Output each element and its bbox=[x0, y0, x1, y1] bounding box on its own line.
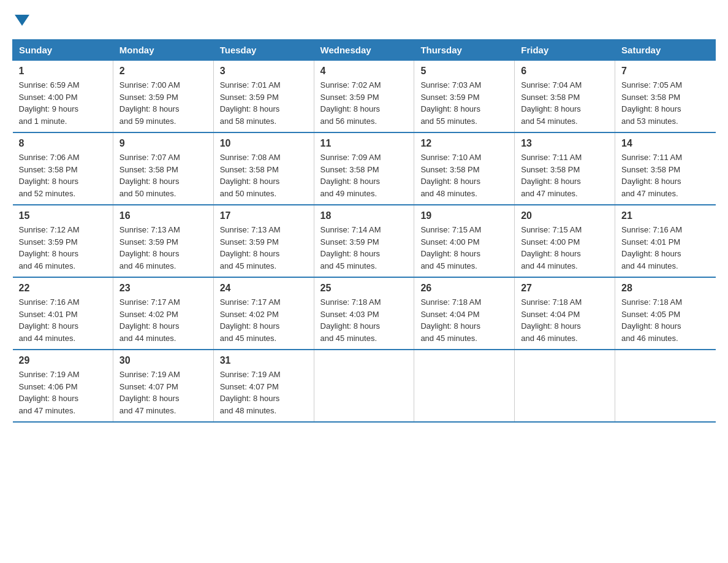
calendar-cell: 19 Sunrise: 7:15 AM Sunset: 4:00 PM Dayl… bbox=[414, 205, 515, 277]
day-info: Sunrise: 7:10 AM Sunset: 3:58 PM Dayligh… bbox=[420, 151, 508, 199]
day-number: 31 bbox=[220, 355, 308, 366]
day-number: 21 bbox=[621, 210, 709, 221]
weekday-header-thursday: Thursday bbox=[414, 40, 515, 61]
calendar-cell: 12 Sunrise: 7:10 AM Sunset: 3:58 PM Dayl… bbox=[414, 132, 515, 205]
day-info: Sunrise: 7:18 AM Sunset: 4:04 PM Dayligh… bbox=[521, 296, 609, 344]
day-info: Sunrise: 7:07 AM Sunset: 3:58 PM Dayligh… bbox=[119, 151, 207, 199]
day-number: 23 bbox=[119, 283, 207, 294]
calendar-cell: 17 Sunrise: 7:13 AM Sunset: 3:59 PM Dayl… bbox=[213, 205, 314, 277]
weekday-header-sunday: Sunday bbox=[13, 40, 113, 61]
day-number: 6 bbox=[521, 66, 609, 77]
week-row-3: 15 Sunrise: 7:12 AM Sunset: 3:59 PM Dayl… bbox=[13, 205, 716, 277]
calendar-table: SundayMondayTuesdayWednesdayThursdayFrid… bbox=[12, 39, 716, 423]
day-info: Sunrise: 7:00 AM Sunset: 3:59 PM Dayligh… bbox=[119, 79, 207, 127]
calendar-cell: 15 Sunrise: 7:12 AM Sunset: 3:59 PM Dayl… bbox=[13, 205, 113, 277]
calendar-cell: 4 Sunrise: 7:02 AM Sunset: 3:59 PM Dayli… bbox=[314, 61, 414, 133]
day-number: 8 bbox=[19, 138, 107, 149]
day-info: Sunrise: 7:19 AM Sunset: 4:07 PM Dayligh… bbox=[119, 369, 207, 416]
calendar-cell: 14 Sunrise: 7:11 AM Sunset: 3:58 PM Dayl… bbox=[615, 132, 716, 205]
calendar-cell bbox=[615, 350, 716, 422]
day-number: 25 bbox=[320, 283, 408, 294]
calendar-cell: 22 Sunrise: 7:16 AM Sunset: 4:01 PM Dayl… bbox=[13, 277, 113, 350]
day-info: Sunrise: 7:19 AM Sunset: 4:07 PM Dayligh… bbox=[220, 369, 308, 416]
day-info: Sunrise: 7:19 AM Sunset: 4:06 PM Dayligh… bbox=[19, 369, 107, 416]
day-info: Sunrise: 7:09 AM Sunset: 3:58 PM Dayligh… bbox=[320, 151, 408, 199]
day-number: 7 bbox=[621, 66, 709, 77]
day-number: 12 bbox=[420, 138, 508, 149]
logo bbox=[12, 12, 31, 27]
calendar-cell: 31 Sunrise: 7:19 AM Sunset: 4:07 PM Dayl… bbox=[213, 350, 314, 422]
day-number: 2 bbox=[119, 66, 207, 77]
calendar-cell: 26 Sunrise: 7:18 AM Sunset: 4:04 PM Dayl… bbox=[414, 277, 515, 350]
day-number: 26 bbox=[420, 283, 508, 294]
calendar-cell: 5 Sunrise: 7:03 AM Sunset: 3:59 PM Dayli… bbox=[414, 61, 515, 133]
calendar-cell: 10 Sunrise: 7:08 AM Sunset: 3:58 PM Dayl… bbox=[213, 132, 314, 205]
calendar-cell: 11 Sunrise: 7:09 AM Sunset: 3:58 PM Dayl… bbox=[314, 132, 414, 205]
day-info: Sunrise: 7:17 AM Sunset: 4:02 PM Dayligh… bbox=[119, 296, 207, 344]
page-header bbox=[12, 12, 716, 27]
weekday-header-friday: Friday bbox=[515, 40, 615, 61]
logo-triangle-icon bbox=[13, 13, 31, 27]
calendar-cell: 1 Sunrise: 6:59 AM Sunset: 4:00 PM Dayli… bbox=[13, 61, 113, 133]
calendar-cell: 30 Sunrise: 7:19 AM Sunset: 4:07 PM Dayl… bbox=[113, 350, 213, 422]
calendar-cell bbox=[314, 350, 414, 422]
day-number: 30 bbox=[119, 355, 207, 366]
weekday-header-wednesday: Wednesday bbox=[314, 40, 414, 61]
day-info: Sunrise: 7:12 AM Sunset: 3:59 PM Dayligh… bbox=[19, 224, 107, 272]
calendar-cell: 24 Sunrise: 7:17 AM Sunset: 4:02 PM Dayl… bbox=[213, 277, 314, 350]
calendar-cell: 28 Sunrise: 7:18 AM Sunset: 4:05 PM Dayl… bbox=[615, 277, 716, 350]
day-info: Sunrise: 7:11 AM Sunset: 3:58 PM Dayligh… bbox=[521, 151, 609, 199]
day-number: 18 bbox=[320, 210, 408, 221]
day-info: Sunrise: 7:17 AM Sunset: 4:02 PM Dayligh… bbox=[220, 296, 308, 344]
day-info: Sunrise: 6:59 AM Sunset: 4:00 PM Dayligh… bbox=[19, 79, 107, 127]
calendar-cell: 23 Sunrise: 7:17 AM Sunset: 4:02 PM Dayl… bbox=[113, 277, 213, 350]
calendar-cell: 13 Sunrise: 7:11 AM Sunset: 3:58 PM Dayl… bbox=[515, 132, 615, 205]
calendar-cell: 2 Sunrise: 7:00 AM Sunset: 3:59 PM Dayli… bbox=[113, 61, 213, 133]
calendar-cell: 8 Sunrise: 7:06 AM Sunset: 3:58 PM Dayli… bbox=[13, 132, 113, 205]
day-number: 17 bbox=[220, 210, 308, 221]
day-number: 28 bbox=[621, 283, 709, 294]
calendar-cell: 21 Sunrise: 7:16 AM Sunset: 4:01 PM Dayl… bbox=[615, 205, 716, 277]
day-info: Sunrise: 7:16 AM Sunset: 4:01 PM Dayligh… bbox=[621, 224, 709, 272]
calendar-cell: 6 Sunrise: 7:04 AM Sunset: 3:58 PM Dayli… bbox=[515, 61, 615, 133]
week-row-4: 22 Sunrise: 7:16 AM Sunset: 4:01 PM Dayl… bbox=[13, 277, 716, 350]
day-info: Sunrise: 7:18 AM Sunset: 4:04 PM Dayligh… bbox=[420, 296, 508, 344]
day-number: 22 bbox=[19, 283, 107, 294]
day-info: Sunrise: 7:13 AM Sunset: 3:59 PM Dayligh… bbox=[119, 224, 207, 272]
day-number: 1 bbox=[19, 66, 107, 77]
day-number: 16 bbox=[119, 210, 207, 221]
calendar-cell: 9 Sunrise: 7:07 AM Sunset: 3:58 PM Dayli… bbox=[113, 132, 213, 205]
weekday-header-row: SundayMondayTuesdayWednesdayThursdayFrid… bbox=[13, 40, 716, 61]
day-number: 24 bbox=[220, 283, 308, 294]
day-info: Sunrise: 7:13 AM Sunset: 3:59 PM Dayligh… bbox=[220, 224, 308, 272]
weekday-header-saturday: Saturday bbox=[615, 40, 716, 61]
calendar-cell: 25 Sunrise: 7:18 AM Sunset: 4:03 PM Dayl… bbox=[314, 277, 414, 350]
day-info: Sunrise: 7:01 AM Sunset: 3:59 PM Dayligh… bbox=[220, 79, 308, 127]
day-info: Sunrise: 7:06 AM Sunset: 3:58 PM Dayligh… bbox=[19, 151, 107, 199]
day-info: Sunrise: 7:05 AM Sunset: 3:58 PM Dayligh… bbox=[621, 79, 709, 127]
day-number: 10 bbox=[220, 138, 308, 149]
day-number: 15 bbox=[19, 210, 107, 221]
day-info: Sunrise: 7:02 AM Sunset: 3:59 PM Dayligh… bbox=[320, 79, 408, 127]
calendar-cell: 3 Sunrise: 7:01 AM Sunset: 3:59 PM Dayli… bbox=[213, 61, 314, 133]
calendar-cell: 16 Sunrise: 7:13 AM Sunset: 3:59 PM Dayl… bbox=[113, 205, 213, 277]
day-number: 13 bbox=[521, 138, 609, 149]
calendar-cell: 7 Sunrise: 7:05 AM Sunset: 3:58 PM Dayli… bbox=[615, 61, 716, 133]
week-row-1: 1 Sunrise: 6:59 AM Sunset: 4:00 PM Dayli… bbox=[13, 61, 716, 133]
weekday-header-tuesday: Tuesday bbox=[213, 40, 314, 61]
day-info: Sunrise: 7:15 AM Sunset: 4:00 PM Dayligh… bbox=[521, 224, 609, 272]
day-info: Sunrise: 7:08 AM Sunset: 3:58 PM Dayligh… bbox=[220, 151, 308, 199]
day-info: Sunrise: 7:18 AM Sunset: 4:05 PM Dayligh… bbox=[621, 296, 709, 344]
svg-marker-0 bbox=[15, 15, 29, 26]
weekday-header-monday: Monday bbox=[113, 40, 213, 61]
day-number: 9 bbox=[119, 138, 207, 149]
calendar-cell bbox=[414, 350, 515, 422]
day-number: 29 bbox=[19, 355, 107, 366]
day-number: 27 bbox=[521, 283, 609, 294]
calendar-cell: 20 Sunrise: 7:15 AM Sunset: 4:00 PM Dayl… bbox=[515, 205, 615, 277]
day-info: Sunrise: 7:11 AM Sunset: 3:58 PM Dayligh… bbox=[621, 151, 709, 199]
day-info: Sunrise: 7:16 AM Sunset: 4:01 PM Dayligh… bbox=[19, 296, 107, 344]
day-number: 11 bbox=[320, 138, 408, 149]
calendar-cell: 27 Sunrise: 7:18 AM Sunset: 4:04 PM Dayl… bbox=[515, 277, 615, 350]
day-number: 14 bbox=[621, 138, 709, 149]
